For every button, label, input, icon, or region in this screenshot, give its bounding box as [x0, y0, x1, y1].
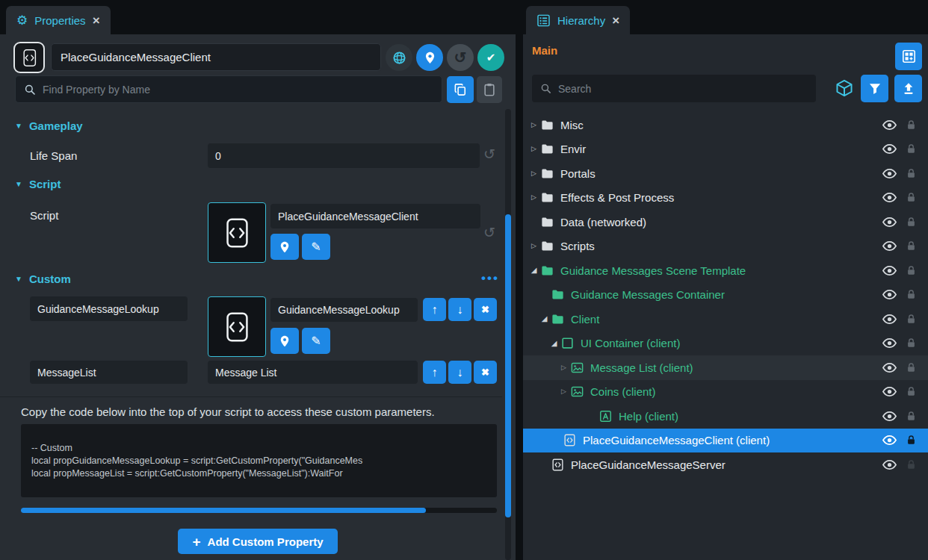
add-custom-property-button[interactable]: + Add Custom Property [178, 529, 338, 554]
lock-icon[interactable] [905, 458, 918, 471]
vertical-scrollbar-thumb[interactable] [505, 214, 511, 517]
hierarchy-search-input[interactable] [558, 83, 808, 95]
tab-hierarchy[interactable]: Hierarchy × [526, 6, 630, 34]
visibility-eye-icon[interactable] [882, 141, 897, 157]
visibility-eye-icon[interactable] [882, 263, 897, 279]
visibility-eye-icon[interactable] [882, 287, 897, 302]
tree-row-message-list[interactable]: ▷ Message List (client) [523, 355, 928, 380]
lock-icon[interactable] [905, 240, 918, 252]
export-up-button[interactable] [894, 75, 922, 102]
lock-icon[interactable] [905, 191, 918, 204]
object-name-input[interactable] [51, 43, 381, 71]
lock-icon[interactable] [905, 337, 918, 349]
visibility-eye-icon[interactable] [882, 190, 897, 205]
tree-row-client[interactable]: ◢ Client [523, 307, 928, 332]
expand-collapsed-icon[interactable]: ▷ [531, 194, 536, 201]
lock-icon[interactable] [905, 143, 918, 155]
paste-properties-button[interactable] [477, 76, 502, 103]
property-search-input[interactable] [43, 84, 434, 96]
custom-param-value-field[interactable]: GuidanceMessageLookup [270, 298, 418, 322]
collapse-triangle-icon[interactable]: ▼ [15, 181, 22, 188]
horizontal-scrollbar-thumb[interactable] [21, 508, 426, 513]
copy-properties-button[interactable] [447, 76, 474, 103]
lock-icon[interactable] [905, 361, 918, 374]
lock-icon[interactable] [905, 385, 918, 398]
custom-param-value-field[interactable]: Message List [208, 361, 418, 384]
visibility-eye-icon[interactable] [882, 432, 897, 448]
expand-collapsed-icon[interactable]: ▷ [561, 364, 566, 371]
script-asset-field[interactable]: PlaceGuidanceMessageClient [270, 204, 480, 228]
move-param-up-button[interactable]: ↑ [423, 298, 446, 321]
tree-row-coins[interactable]: ▷ Coins (client) [523, 380, 928, 405]
tree-row-scripts[interactable]: ▷ Scripts [523, 234, 928, 259]
delete-param-button[interactable]: ✖ [474, 298, 497, 321]
expand-collapsed-icon[interactable]: ▷ [531, 146, 536, 152]
tree-row-portals[interactable]: ▷ Portals [523, 161, 928, 186]
move-param-down-button[interactable]: ↓ [448, 298, 471, 321]
custom-param-name[interactable]: MessageList [30, 361, 188, 384]
visibility-eye-icon[interactable] [882, 384, 897, 399]
revert-button[interactable]: ↺ [447, 44, 474, 71]
delete-param-button[interactable]: ✖ [474, 361, 497, 384]
tree-row-envir[interactable]: ▷ Envir [523, 137, 928, 162]
visibility-eye-icon[interactable] [882, 238, 897, 254]
tree-row-guidance-container[interactable]: Guidance Messages Container [523, 283, 928, 308]
expand-expanded-icon[interactable]: ◢ [542, 315, 548, 323]
close-icon[interactable]: × [93, 14, 100, 27]
reset-icon[interactable]: ↺ [483, 225, 495, 240]
visibility-eye-icon[interactable] [882, 117, 897, 133]
lock-icon[interactable] [905, 313, 918, 326]
expand-collapsed-icon[interactable]: ▷ [561, 388, 566, 395]
locate-in-hierarchy-button[interactable] [416, 44, 443, 71]
visibility-eye-icon[interactable] [882, 214, 897, 230]
expand-collapsed-icon[interactable]: ▷ [531, 122, 536, 128]
find-script-button[interactable] [270, 234, 299, 260]
move-param-down-button[interactable]: ↓ [448, 361, 471, 384]
edit-asset-button[interactable]: ✎ [302, 328, 330, 354]
network-button[interactable] [386, 44, 412, 71]
move-param-up-button[interactable]: ↑ [423, 361, 446, 384]
tree-row-data-networked[interactable]: Data (networked) [523, 210, 928, 234]
expand-collapsed-icon[interactable]: ▷ [531, 170, 536, 177]
visibility-eye-icon[interactable] [882, 166, 897, 181]
collapse-triangle-icon[interactable]: ▼ [15, 276, 22, 283]
tree-row-effects[interactable]: ▷ Effects & Post Process [523, 186, 928, 211]
visibility-eye-icon[interactable] [882, 360, 897, 376]
collapse-triangle-icon[interactable]: ▼ [15, 122, 22, 130]
tree-row-help[interactable]: Help (client) [523, 404, 928, 429]
custom-menu-dots[interactable]: ••• [481, 271, 499, 286]
tree-row-place-guidance-server[interactable]: PlaceGuidanceMessageServer [523, 452, 928, 477]
visibility-eye-icon[interactable] [882, 408, 897, 424]
edit-script-button[interactable]: ✎ [302, 234, 330, 260]
reset-icon[interactable]: ↺ [483, 147, 495, 161]
tab-properties[interactable]: ⚙ Properties × [6, 6, 111, 34]
lock-icon[interactable] [905, 410, 918, 423]
section-custom[interactable]: ▼ Custom [15, 273, 71, 285]
visibility-eye-icon[interactable] [882, 457, 897, 473]
visibility-eye-icon[interactable] [882, 311, 897, 327]
life-span-input[interactable] [208, 143, 480, 168]
expand-expanded-icon[interactable]: ◢ [531, 267, 537, 274]
tree-row-misc[interactable]: ▷ Misc [523, 113, 928, 137]
cube-filter-icon[interactable] [835, 78, 854, 98]
lock-icon[interactable] [905, 216, 918, 228]
hierarchy-search-box[interactable] [532, 75, 816, 102]
lock-icon[interactable] [905, 264, 918, 277]
lock-icon[interactable] [905, 119, 918, 131]
lock-icon[interactable] [905, 167, 918, 180]
property-search-box[interactable] [15, 75, 442, 103]
expand-expanded-icon[interactable]: ◢ [551, 340, 557, 347]
script-asset-thumbnail[interactable] [208, 202, 266, 263]
visibility-eye-icon[interactable] [882, 335, 897, 351]
close-icon[interactable]: × [612, 14, 619, 27]
create-template-button[interactable] [895, 43, 922, 70]
tree-row-guidance-scene-template[interactable]: ◢ Guidance Messages Scene Template [523, 258, 928, 283]
custom-param-name[interactable]: GuidanceMessageLookup [30, 296, 188, 321]
apply-button[interactable]: ✔ [477, 44, 504, 71]
tree-row-place-guidance-client[interactable]: PlaceGuidanceMessageClient (client) [523, 429, 928, 453]
expand-collapsed-icon[interactable]: ▷ [531, 243, 536, 249]
custom-param-asset-thumbnail[interactable] [208, 296, 266, 357]
find-asset-button[interactable] [270, 328, 299, 354]
section-gameplay[interactable]: ▼ Gameplay [15, 119, 83, 132]
section-script[interactable]: ▼ Script [15, 178, 61, 190]
